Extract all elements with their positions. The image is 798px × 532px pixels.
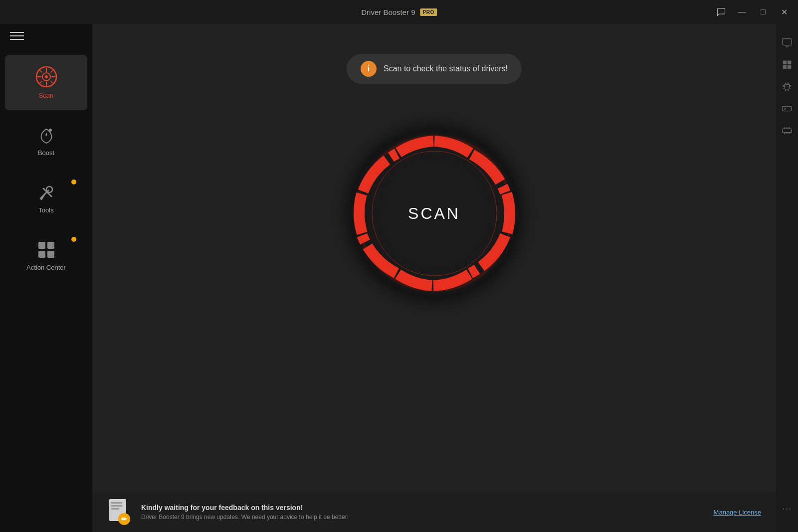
footer-title: Kindly waiting for your feedback on this… <box>141 504 349 512</box>
svg-point-11 <box>49 129 52 132</box>
boost-label: Boost <box>38 149 54 157</box>
sidebar-nav: Scan Boost Tools <box>0 48 92 532</box>
scan-button[interactable]: SCAN <box>377 156 492 271</box>
footer: ✏ Kindly waiting for your feedback on th… <box>92 492 776 532</box>
sidebar-item-boost[interactable]: Boost <box>5 114 87 168</box>
footer-subtitle: Driver Booster 9 brings new updates. We … <box>141 514 349 521</box>
tools-label: Tools <box>38 206 53 214</box>
close-button[interactable]: ✕ <box>778 6 790 18</box>
svg-rect-33 <box>783 61 787 65</box>
svg-rect-17 <box>47 242 54 249</box>
info-text: Scan to check the status of drivers! <box>384 64 508 73</box>
scan-icon <box>35 66 57 88</box>
main-layout: Scan Boost Tools <box>0 24 798 532</box>
info-banner: i Scan to check the status of drivers! <box>347 54 522 84</box>
sidebar-item-scan[interactable]: Scan <box>5 55 87 110</box>
hamburger-icon <box>10 32 82 40</box>
action-center-icon <box>36 240 56 260</box>
feedback-doc-icon: ✏ <box>107 498 131 526</box>
svg-rect-34 <box>788 61 792 65</box>
app-title: Driver Booster 9 <box>361 8 415 16</box>
svg-rect-36 <box>788 65 792 69</box>
svg-rect-26 <box>111 505 122 507</box>
rp-card-icon[interactable] <box>778 100 796 118</box>
svg-rect-18 <box>38 251 45 258</box>
titlebar: Driver Booster 9 PRO — □ ✕ <box>0 0 798 24</box>
rp-more-icon[interactable]: ··· <box>778 499 796 517</box>
svg-rect-35 <box>783 65 787 69</box>
svg-text:✏: ✏ <box>121 515 128 523</box>
svg-rect-50 <box>783 106 792 111</box>
svg-rect-16 <box>38 242 45 249</box>
action-center-badge <box>71 237 76 242</box>
scan-label: Scan <box>39 92 54 99</box>
restore-button[interactable]: □ <box>757 6 769 18</box>
rp-ram-icon[interactable] <box>778 122 796 140</box>
svg-rect-25 <box>111 502 122 504</box>
svg-line-10 <box>39 81 42 84</box>
sidebar-item-action-center[interactable]: Action Center <box>5 229 87 282</box>
footer-left: ✏ Kindly waiting for your feedback on th… <box>107 498 349 526</box>
svg-rect-30 <box>783 39 792 45</box>
feedback-button[interactable] <box>715 6 727 18</box>
scan-outer-ring: SCAN <box>350 129 519 298</box>
svg-rect-53 <box>783 129 792 132</box>
manage-license-link[interactable]: Manage License <box>714 509 761 516</box>
svg-rect-19 <box>47 251 54 258</box>
boost-icon <box>36 125 56 145</box>
rp-monitor-icon[interactable] <box>778 34 796 52</box>
scan-button-container: SCAN <box>345 124 524 303</box>
rp-windows-icon[interactable] <box>778 56 796 74</box>
svg-rect-37 <box>785 84 789 89</box>
svg-rect-27 <box>111 508 119 510</box>
sidebar: Scan Boost Tools <box>0 24 92 532</box>
scan-button-label: SCAN <box>408 204 460 223</box>
tools-icon <box>36 182 56 202</box>
svg-line-9 <box>50 70 53 73</box>
menu-button[interactable] <box>0 24 92 48</box>
svg-point-2 <box>45 75 48 78</box>
pro-badge: PRO <box>420 8 437 16</box>
titlebar-center: Driver Booster 9 PRO <box>361 8 437 16</box>
info-icon: i <box>361 61 377 77</box>
right-panel: ··· <box>776 24 798 532</box>
content-area: i Scan to check the status of drivers! <box>92 24 776 532</box>
minimize-button[interactable]: — <box>736 6 748 18</box>
sidebar-item-tools[interactable]: Tools <box>5 172 87 225</box>
titlebar-right: — □ ✕ <box>715 6 790 18</box>
footer-text: Kindly waiting for your feedback on this… <box>141 504 349 521</box>
svg-line-7 <box>39 70 42 73</box>
action-center-label: Action Center <box>26 264 66 271</box>
rp-chip-icon[interactable] <box>778 78 796 96</box>
svg-line-8 <box>50 81 53 84</box>
tools-badge <box>71 179 76 184</box>
